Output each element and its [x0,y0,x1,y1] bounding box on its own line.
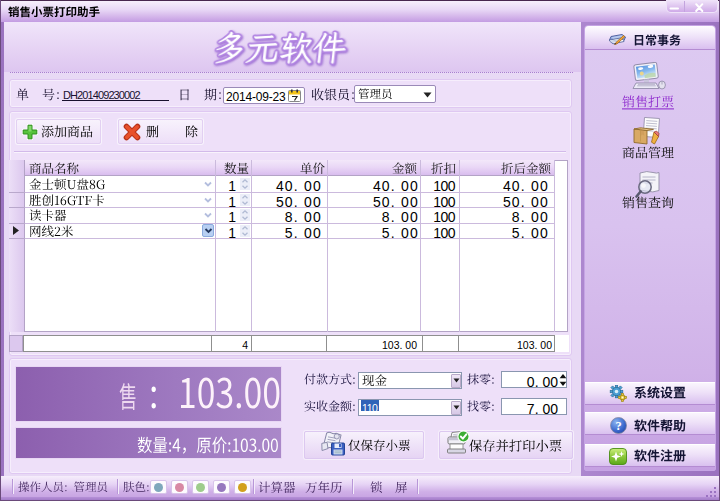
svg-text:?: ? [615,419,621,433]
